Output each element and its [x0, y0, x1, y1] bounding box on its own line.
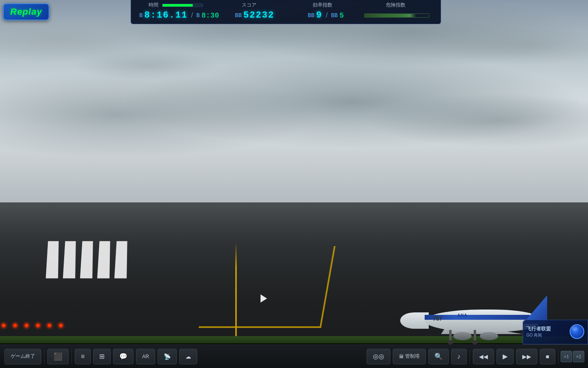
- speed-1x-label: ×1: [564, 354, 569, 359]
- search-icon: 🔍: [434, 352, 443, 360]
- aircraft-engine-1: [453, 332, 472, 340]
- hud-time-target: 8:30: [201, 11, 219, 20]
- list-button[interactable]: ≡: [75, 349, 91, 364]
- replay-badge[interactable]: Replay: [3, 3, 49, 20]
- bottom-right-controls: ◎◎ 🏛 管制塔 🔍 ♪ ◀◀ ▶ ▶▶ ■ ×1: [365, 349, 588, 364]
- speed-2x-button[interactable]: ×2: [573, 351, 584, 362]
- mouse-cursor: [261, 294, 267, 303]
- prev-icon: ◀◀: [479, 353, 488, 360]
- runway-light-6: [59, 324, 62, 327]
- landing-gear-2: [474, 330, 478, 344]
- gear-strut-2: [474, 330, 476, 340]
- camera-icon: ⬛: [53, 352, 62, 361]
- hud-score-prefix: BB: [235, 12, 242, 19]
- ar-label: AR: [142, 354, 149, 359]
- threshold-mark-4: [97, 241, 110, 278]
- separator-1: [44, 349, 45, 364]
- globe-icon: [570, 324, 584, 339]
- atc-button[interactable]: 🏛 管制塔: [393, 349, 426, 364]
- play-pause-button[interactable]: ▶: [497, 349, 514, 364]
- music-icon: ♪: [457, 353, 461, 360]
- hud-efficiency-cell: BB 9 / BB 5: [290, 10, 361, 20]
- threshold-mark-1: [46, 241, 59, 278]
- binoculars-button[interactable]: ◎◎: [367, 349, 390, 364]
- cloud-button[interactable]: ☁: [179, 349, 197, 364]
- cloud-icon: ☁: [185, 353, 191, 360]
- stop-button[interactable]: ■: [540, 349, 555, 364]
- clouds-mid: [0, 41, 588, 164]
- camera-button[interactable]: ⬛: [47, 349, 69, 364]
- separator-4: [558, 349, 559, 364]
- danger-indicator-bar: [364, 13, 430, 18]
- aircraft-airline-text: ANA: [457, 313, 468, 318]
- ar-button[interactable]: AR: [136, 349, 155, 364]
- map-button[interactable]: ⊞: [93, 349, 111, 364]
- separator-2: [71, 349, 72, 364]
- landing-gear-1: [449, 330, 454, 344]
- hud-eff-sep: /: [325, 11, 327, 20]
- chat-icon: 💬: [119, 352, 127, 360]
- runway-light-2: [13, 324, 17, 327]
- site-name: 飞行者联盟: [526, 325, 551, 332]
- hud-time-sep: /: [191, 11, 193, 20]
- separator-3: [470, 349, 470, 364]
- prev-button[interactable]: ◀◀: [473, 349, 494, 364]
- hud-panel: 時間 スコア 効率指数 危険指数 B 8:16.11 / B 8:30 BB 5…: [131, 0, 441, 24]
- runway-edge-lights: [2, 324, 62, 327]
- runway-centerline: [235, 242, 237, 336]
- chat-button[interactable]: 💬: [113, 349, 134, 364]
- map-icon: ⊞: [99, 352, 105, 360]
- runway-light-4: [36, 324, 40, 327]
- runway-light-5: [48, 324, 51, 327]
- logo-text-area: 飞行者联盟 GO 再闻: [526, 325, 551, 338]
- time-progress-fill: [163, 4, 193, 7]
- next-icon: ▶▶: [522, 353, 531, 360]
- runway-light-1: [2, 324, 5, 327]
- hud-eff-prefix2: BB: [331, 12, 338, 19]
- bottom-toolbar: ゲーム終了 ⬛ ≡ ⊞ 💬 AR 📡 ☁ ◎◎: [0, 344, 588, 368]
- search-button[interactable]: 🔍: [428, 349, 449, 364]
- hud-eff-prefix1: BB: [307, 12, 314, 19]
- gear-wheel-1: [447, 340, 454, 344]
- runway-diagonal-marking: [198, 246, 335, 328]
- bottom-left-controls: ゲーム終了 ⬛ ≡ ⊞ 💬 AR 📡 ☁: [0, 349, 365, 364]
- hud-danger-cell: [361, 13, 432, 18]
- hud-time-label: 時間: [139, 2, 213, 9]
- play-icon: ▶: [503, 352, 508, 360]
- threshold-mark-3: [80, 241, 93, 278]
- aircraft-model-text: 787: [433, 315, 442, 322]
- site-sub: GO 再闻: [526, 332, 551, 338]
- signal-icon: 📡: [164, 353, 171, 360]
- hud-score-label: スコア: [213, 2, 286, 9]
- music-button[interactable]: ♪: [451, 349, 467, 364]
- aircraft-engine-2: [480, 332, 498, 340]
- end-game-label: ゲーム終了: [11, 353, 35, 360]
- end-game-button[interactable]: ゲーム終了: [4, 349, 41, 364]
- threshold-markings: [47, 238, 127, 279]
- game-viewport: 787 ANA: [0, 0, 588, 368]
- hud-score-cell: BB 52232: [219, 10, 290, 20]
- stop-icon: ■: [546, 353, 549, 360]
- community-logo[interactable]: 飞行者联盟 GO 再闻: [523, 320, 588, 344]
- threshold-mark-2: [63, 241, 76, 278]
- binoculars-icon: ◎◎: [373, 352, 384, 360]
- hud-efficiency-label: 効率指数: [286, 2, 359, 9]
- tower-icon: 🏛: [399, 354, 404, 359]
- hud-values-row: B 8:16.11 / B 8:30 BB 52232 BB 9 / BB 5: [139, 10, 432, 20]
- threshold-mark-5: [114, 241, 127, 278]
- hud-danger-label: 危険指数: [359, 2, 433, 9]
- hud-time-cell: B 8:16.11 / B 8:30: [139, 10, 219, 20]
- atc-label: 管制塔: [405, 353, 420, 360]
- gear-strut-1: [449, 330, 452, 340]
- signal-button[interactable]: 📡: [158, 349, 177, 364]
- replay-label: Replay: [10, 7, 42, 17]
- next-button[interactable]: ▶▶: [516, 349, 537, 364]
- runway-light-3: [25, 324, 28, 327]
- hud-efficiency-value: 9: [316, 10, 322, 20]
- hud-score-value: 52232: [243, 10, 274, 20]
- hud-time-target-prefix: B: [196, 12, 200, 19]
- gear-wheel-2: [472, 340, 478, 344]
- list-icon: ≡: [81, 353, 85, 360]
- speed-1x-button[interactable]: ×1: [561, 351, 572, 362]
- speed-2x-label: ×2: [576, 354, 581, 359]
